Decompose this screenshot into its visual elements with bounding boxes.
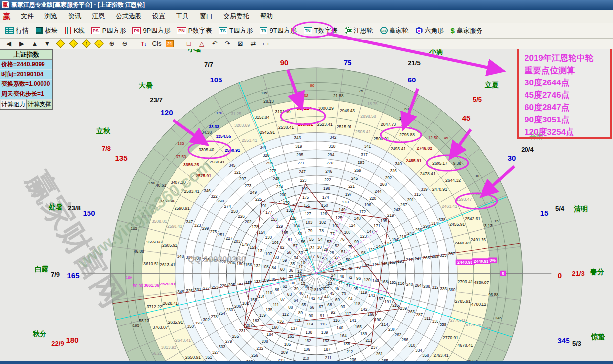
menu-item-设置[interactable]: 设置: [147, 10, 171, 23]
tool-button-calendar[interactable]: 21: [164, 40, 175, 48]
dollar-icon: $: [451, 27, 455, 34]
svg-text:72: 72: [348, 275, 353, 280]
toolbar-button-p-square[interactable]: PSP四方形: [88, 25, 130, 37]
toolbar-button-p-number-table[interactable]: PNP数字表: [174, 25, 215, 37]
toolbar-button-hexagon[interactable]: 六角形: [412, 25, 447, 37]
svg-text:53: 53: [327, 240, 332, 244]
svg-text:154: 154: [259, 230, 265, 235]
svg-text:159: 159: [259, 313, 266, 318]
svg-text:101: 101: [332, 224, 339, 228]
tool-button-pan-left[interactable]: ←: [54, 40, 66, 48]
svg-text:221: 221: [348, 184, 355, 189]
svg-text:299: 299: [202, 226, 209, 231]
toolbar-button-t-number-table[interactable]: TNT数字表: [300, 25, 341, 37]
toolbar-button-t-square[interactable]: TST四方形: [215, 25, 256, 37]
menu-item-浏览[interactable]: 浏览: [39, 10, 63, 23]
menu-item-江恩[interactable]: 江恩: [87, 10, 110, 23]
menu-item-工具[interactable]: 工具: [171, 10, 194, 23]
svg-text:85: 85: [272, 277, 277, 282]
tool-button-up[interactable]: ▲: [29, 40, 41, 48]
tool-button-prev[interactable]: ◀: [3, 40, 15, 48]
svg-text:207: 207: [246, 324, 253, 328]
calc-resistance-button[interactable]: 计算阻力: [0, 99, 27, 109]
tool-button-rotate-cw[interactable]: ↷: [221, 40, 233, 48]
svg-text:2463.41: 2463.41: [442, 204, 457, 209]
9t-square-icon: T9: [260, 27, 268, 34]
tool-button-zoom-out[interactable]: ⊖: [119, 40, 131, 48]
menu-item-文件[interactable]: 文件: [15, 10, 39, 23]
svg-text:2635.91: 2635.91: [168, 320, 183, 324]
svg-text:48: 48: [340, 274, 345, 279]
svg-text:3457.96: 3457.96: [160, 199, 175, 203]
svg-text:177: 177: [265, 210, 272, 215]
status-bar: [0, 361, 613, 364]
svg-text:74: 74: [353, 254, 358, 259]
tool-button-down[interactable]: ▼: [42, 40, 53, 48]
svg-text:188: 188: [343, 342, 350, 346]
svg-text:93: 93: [341, 305, 346, 309]
tool-button-t-down[interactable]: T↓: [138, 40, 150, 48]
svg-text:169: 169: [389, 260, 396, 265]
svg-text:153: 153: [271, 217, 278, 222]
svg-text:45: 45: [330, 291, 335, 296]
svg-text:52: 52: [335, 244, 340, 248]
toolbar-separator: [179, 40, 179, 48]
toolbar-button-sectors[interactable]: 板块: [32, 25, 61, 37]
tool-button-clear-box[interactable]: ⊠: [234, 40, 246, 48]
svg-text:115: 115: [320, 322, 327, 326]
svg-text:219: 219: [387, 213, 394, 218]
svg-text:29: 29: [324, 247, 329, 252]
tool-button-fit[interactable]: ⇄: [247, 40, 259, 48]
svg-text:158: 158: [250, 298, 257, 302]
svg-text:2613.41: 2613.41: [160, 262, 175, 267]
menu-item-窗口[interactable]: 窗口: [194, 10, 218, 23]
menu-item-帮助[interactable]: 帮助: [255, 10, 278, 23]
calc-support-button[interactable]: 计算支撑: [27, 99, 53, 109]
svg-text:324: 324: [186, 255, 193, 260]
svg-text:242: 242: [407, 231, 414, 236]
tool-button-rect-tool[interactable]: □: [183, 40, 195, 48]
svg-text:38: 38: [291, 281, 296, 285]
tool-button-zoom-in[interactable]: ⊕: [106, 40, 118, 48]
svg-text:130: 130: [265, 235, 272, 240]
svg-text:35: 35: [290, 262, 295, 266]
svg-text:194: 194: [392, 238, 398, 242]
tool-button-screen[interactable]: ▭: [260, 40, 272, 48]
svg-text:336: 336: [440, 287, 447, 291]
menu-item-资讯[interactable]: 资讯: [63, 10, 87, 23]
menu-item-交易委托[interactable]: 交易委托: [218, 10, 255, 23]
svg-text:174: 174: [322, 195, 329, 200]
svg-text:94: 94: [348, 297, 353, 301]
toolbar-button-9t-square[interactable]: T99T四方形: [256, 25, 300, 37]
toolbar-button-winner-wheel[interactable]: Big赢家轮: [377, 25, 412, 37]
tool-button-rotate-ccw[interactable]: ↶: [209, 40, 220, 48]
toolbar-button-gann-wheel[interactable]: 江恩轮: [341, 25, 377, 37]
tool-button-next[interactable]: ▶: [16, 40, 28, 48]
svg-text:73: 73: [356, 265, 361, 270]
tool-button-cls[interactable]: Cls: [151, 40, 163, 48]
toolbar-button-quotes[interactable]: 行情: [2, 25, 32, 37]
toolbar-button-9p-square[interactable]: P99P四方形: [129, 25, 174, 37]
svg-text:187: 187: [324, 347, 331, 352]
svg-text:319: 319: [295, 144, 302, 149]
svg-text:2763.41: 2763.41: [433, 353, 448, 358]
toolbar-label-p-square: P四方形: [102, 26, 126, 35]
toolbar-label-9t-square: 9T四方形: [269, 26, 296, 35]
svg-text:70: 70: [342, 292, 347, 296]
tool-button-pan-right[interactable]: →: [67, 40, 79, 48]
tool-button-pan-down[interactable]: ↓: [93, 40, 105, 48]
toolbar-button-kline[interactable]: K线: [61, 25, 88, 37]
svg-text:146: 146: [376, 244, 383, 249]
svg-text:2949.43: 2949.43: [340, 108, 355, 113]
svg-text:139: 139: [321, 330, 328, 335]
menu-item-公式选股[interactable]: 公式选股: [110, 10, 147, 23]
tool-button-pan-up[interactable]: ↑: [80, 40, 92, 48]
svg-text:203: 203: [234, 239, 241, 243]
svg-text:62: 62: [283, 284, 288, 289]
toolbar-button-winner-service[interactable]: $赢家服务: [447, 25, 486, 37]
svg-text:274: 274: [224, 204, 231, 209]
svg-text:3356.25: 3356.25: [183, 162, 199, 167]
svg-text:142: 142: [361, 307, 368, 312]
svg-text:81: 81: [288, 238, 293, 242]
tool-button-triangle-tool[interactable]: △: [196, 40, 208, 48]
